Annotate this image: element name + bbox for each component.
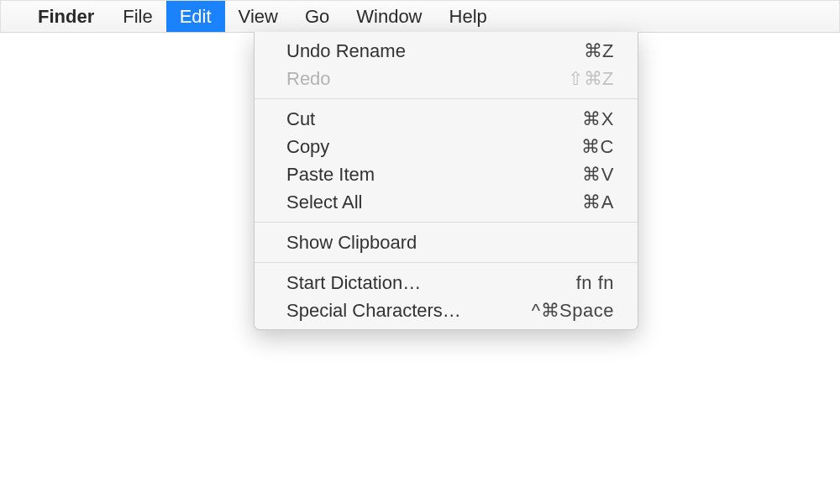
menu-item-shortcut: fn fn	[576, 272, 614, 294]
menu-item-label: Show Clipboard	[286, 232, 417, 254]
menu-item-select-all[interactable]: Select All ⌘A	[255, 188, 638, 216]
menubar-item-view[interactable]: View	[225, 1, 291, 32]
menubar: Finder File Edit View Go Window Help	[1, 1, 839, 33]
menubar-item-window[interactable]: Window	[343, 1, 435, 32]
menu-item-label: Cut	[286, 108, 315, 130]
menu-item-label: Redo	[286, 68, 331, 90]
menu-item-shortcut: ⌘A	[582, 192, 614, 213]
menu-item-undo[interactable]: Undo Rename ⌘Z	[255, 37, 638, 65]
menu-item-show-clipboard[interactable]: Show Clipboard	[255, 228, 638, 256]
menu-item-shortcut: ⇧⌘Z	[568, 68, 614, 90]
menu-item-cut[interactable]: Cut ⌘X	[255, 105, 638, 133]
menubar-app-name[interactable]: Finder	[34, 1, 109, 32]
menu-item-label: Undo Rename	[286, 40, 406, 62]
menu-item-paste[interactable]: Paste Item ⌘V	[255, 160, 638, 188]
menubar-item-edit[interactable]: Edit	[166, 1, 225, 32]
menu-separator	[255, 98, 638, 99]
menubar-item-file[interactable]: File	[109, 1, 165, 32]
menu-item-shortcut: ⌘C	[581, 136, 614, 158]
menu-item-label: Paste Item	[286, 164, 375, 186]
menu-item-shortcut: ⌘V	[582, 164, 614, 186]
menu-separator	[255, 262, 638, 263]
menubar-item-go[interactable]: Go	[291, 1, 343, 32]
edit-menu-dropdown: Undo Rename ⌘Z Redo ⇧⌘Z Cut ⌘X Copy ⌘C P…	[254, 32, 638, 330]
menu-item-label: Special Characters…	[286, 300, 461, 322]
menu-item-special-characters[interactable]: Special Characters… ^⌘Space	[255, 297, 638, 324]
menu-item-shortcut: ⌘X	[582, 108, 614, 130]
menu-item-label: Select All	[286, 192, 363, 213]
menu-item-redo: Redo ⇧⌘Z	[255, 65, 638, 92]
menu-separator	[255, 222, 638, 223]
menu-item-shortcut: ^⌘Space	[532, 300, 614, 322]
menu-item-label: Copy	[286, 136, 329, 158]
menu-item-start-dictation[interactable]: Start Dictation… fn fn	[255, 269, 638, 297]
menu-item-copy[interactable]: Copy ⌘C	[255, 133, 638, 160]
menu-item-label: Start Dictation…	[286, 272, 421, 294]
menubar-item-help[interactable]: Help	[436, 1, 501, 32]
menu-item-shortcut: ⌘Z	[584, 40, 614, 62]
